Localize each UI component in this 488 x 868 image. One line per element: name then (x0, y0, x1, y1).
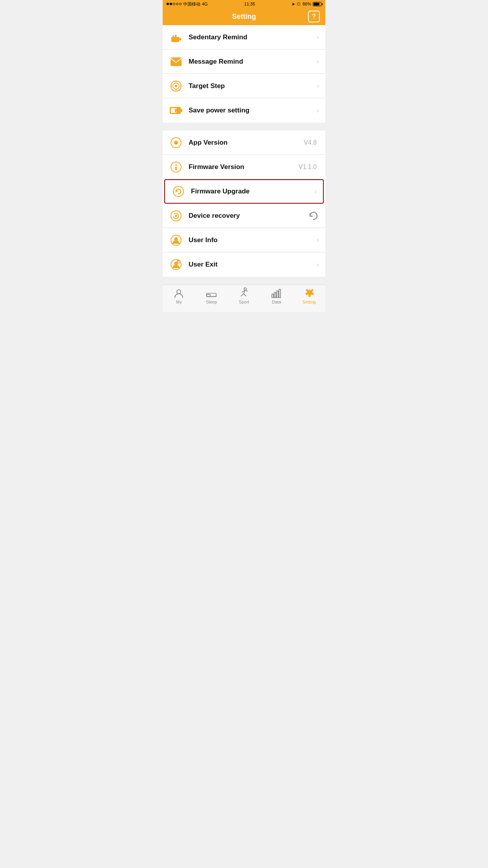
tab-sport[interactable]: Sport (228, 288, 261, 304)
svg-rect-32 (207, 293, 216, 296)
dot4 (176, 3, 178, 5)
carrier-label: 中国移动 (183, 1, 200, 7)
status-left: 中国移动 4G (167, 1, 208, 7)
device-recovery-label: Device recovery (189, 212, 308, 220)
sport-tab-icon (238, 288, 250, 298)
tab-setting[interactable]: Setting (293, 288, 325, 304)
network-label: 4G (202, 2, 208, 6)
svg-rect-2 (172, 35, 174, 37)
tab-my[interactable]: My (163, 288, 195, 304)
dot2 (170, 3, 172, 5)
svg-marker-22 (176, 190, 178, 192)
firmware-version-item[interactable]: Firmware Version V1.1.0 (163, 155, 325, 179)
undo-circle-icon (169, 209, 183, 223)
svg-point-19 (175, 164, 177, 166)
svg-point-17 (174, 141, 178, 145)
svg-line-42 (245, 290, 248, 291)
battery-save-icon (169, 103, 183, 118)
section-1: Sedentary Remind › Message Remind › (163, 25, 325, 123)
info-circle-icon (169, 160, 183, 174)
svg-rect-46 (279, 289, 281, 298)
user-info-item[interactable]: User Info › (163, 228, 325, 252)
envelope-icon (169, 55, 183, 69)
firmware-version-value: V1.1.0 (299, 164, 317, 171)
device-recovery-refresh-icon (308, 210, 319, 221)
content-area: Sedentary Remind › Message Remind › (163, 25, 325, 285)
refresh-circle-icon (171, 184, 185, 199)
device-recovery-item[interactable]: Device recovery (163, 204, 325, 228)
my-tab-icon (173, 288, 184, 298)
user-exit-circle-icon: ⚙ (169, 257, 183, 272)
setting-tab-icon (304, 288, 315, 298)
firmware-upgrade-item[interactable]: Firmware Upgrade › (164, 179, 324, 204)
battery-icon (313, 2, 321, 6)
save-power-chevron: › (317, 107, 319, 115)
battery-fill (314, 3, 319, 6)
user-exit-chevron: › (317, 261, 319, 269)
svg-point-21 (173, 186, 183, 197)
target-step-item[interactable]: Target Step › (163, 74, 325, 98)
tab-sport-label: Sport (239, 300, 249, 304)
alarm-icon: ⏲ (297, 2, 301, 6)
user-info-chevron: › (317, 236, 319, 244)
tab-setting-label: Setting (302, 300, 316, 304)
svg-rect-20 (175, 167, 177, 170)
help-button[interactable]: ? (308, 11, 320, 22)
target-chevron: › (317, 82, 319, 90)
save-power-item[interactable]: Save power setting › (163, 98, 325, 123)
svg-line-39 (241, 294, 244, 296)
tab-bar: My Sleep Sport (163, 285, 325, 312)
svg-rect-13 (181, 109, 182, 112)
dot5 (179, 3, 182, 5)
app-version-item[interactable]: App Version V4.8 (163, 131, 325, 155)
message-chevron: › (317, 57, 319, 66)
svg-rect-4 (171, 57, 182, 66)
battery-percent: 86% (303, 2, 311, 6)
sedentary-chevron: › (317, 33, 319, 41)
svg-point-7 (175, 85, 177, 87)
signal-dots (167, 3, 182, 5)
dot3 (173, 3, 175, 5)
tab-my-label: My (176, 300, 182, 304)
svg-point-24 (175, 215, 177, 217)
status-right: ➤ ⏲ 86% (292, 2, 321, 7)
tab-data[interactable]: Data (260, 288, 293, 304)
help-icon: ? (312, 13, 316, 20)
circle-dot-icon (169, 136, 183, 150)
time-label: 11:35 (244, 2, 255, 6)
svg-rect-45 (277, 291, 278, 298)
cup-icon (169, 30, 183, 44)
app-version-label: App Version (189, 139, 304, 147)
tab-sleep[interactable]: Sleep (195, 288, 228, 304)
svg-rect-33 (207, 294, 210, 297)
firmware-upgrade-label: Firmware Upgrade (191, 188, 314, 195)
user-exit-item[interactable]: ⚙ User Exit › (163, 252, 325, 277)
user-exit-label: User Exit (189, 261, 317, 268)
user-info-label: User Info (189, 236, 317, 244)
firmware-upgrade-chevron: › (314, 188, 317, 196)
svg-line-40 (244, 294, 246, 296)
svg-rect-0 (171, 37, 179, 42)
svg-rect-1 (179, 38, 181, 40)
sleep-tab-icon (206, 288, 217, 298)
user-circle-icon (169, 233, 183, 247)
save-power-label: Save power setting (189, 107, 317, 114)
battery-tip (322, 3, 323, 5)
firmware-version-label: Firmware Version (189, 163, 299, 171)
message-remind-item[interactable]: Message Remind › (163, 50, 325, 74)
data-tab-icon (271, 288, 282, 298)
message-remind-label: Message Remind (189, 58, 317, 66)
sedentary-remind-label: Sedentary Remind (189, 33, 317, 41)
status-bar: 中国移动 4G 11:35 ➤ ⏲ 86% (163, 0, 325, 8)
dot1 (167, 3, 169, 5)
target-icon (169, 79, 183, 93)
svg-point-31 (177, 290, 181, 294)
header: Setting ? (163, 8, 325, 25)
svg-point-37 (244, 288, 246, 290)
svg-rect-44 (274, 292, 276, 298)
app-version-value: V4.8 (304, 139, 317, 146)
location-icon: ➤ (292, 2, 295, 7)
section-2: App Version V4.8 Firmware Version V1.1.0 (163, 131, 325, 277)
svg-rect-43 (272, 294, 273, 298)
sedentary-remind-item[interactable]: Sedentary Remind › (163, 25, 325, 50)
